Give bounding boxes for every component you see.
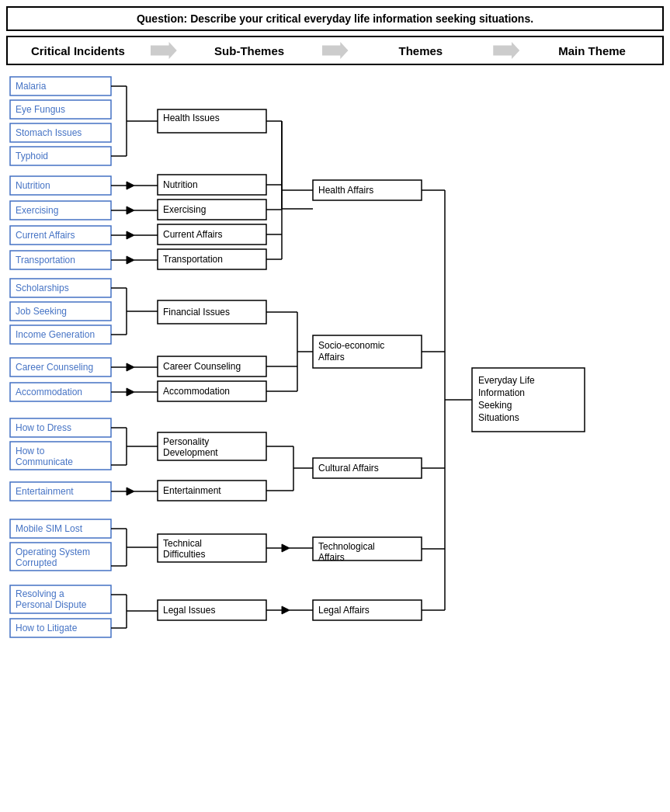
svg-text:Typhoid: Typhoid xyxy=(16,151,48,161)
svg-text:Situations: Situations xyxy=(478,412,519,423)
svg-text:Eye Fungus: Eye Fungus xyxy=(16,104,65,115)
svg-text:Communicate: Communicate xyxy=(16,456,73,467)
svg-text:Personal Dispute: Personal Dispute xyxy=(16,599,87,610)
svg-text:Exercising: Exercising xyxy=(163,204,206,215)
question-box: Question: Describe your critical everyda… xyxy=(6,6,664,31)
svg-marker-36 xyxy=(127,231,134,239)
svg-text:Technological: Technological xyxy=(318,541,375,552)
svg-text:Career Counseling: Career Counseling xyxy=(16,362,93,373)
svg-marker-20 xyxy=(127,182,134,189)
header-themes: Themes xyxy=(351,44,491,57)
svg-text:Health Affairs: Health Affairs xyxy=(318,185,373,196)
svg-text:Malaria: Malaria xyxy=(16,81,47,92)
svg-text:Career Counseling: Career Counseling xyxy=(163,361,241,372)
header-critical: Critical Incidents xyxy=(8,44,148,57)
svg-text:How to Dress: How to Dress xyxy=(16,422,71,433)
svg-text:Personality: Personality xyxy=(163,436,209,447)
svg-text:Legal Affairs: Legal Affairs xyxy=(318,605,370,616)
svg-text:Accommodation: Accommodation xyxy=(16,387,82,397)
svg-text:Current Affairs: Current Affairs xyxy=(16,230,75,241)
svg-text:How to: How to xyxy=(16,446,45,456)
svg-marker-142 xyxy=(282,606,290,614)
svg-text:Entertainment: Entertainment xyxy=(16,486,74,497)
svg-text:Financial Issues: Financial Issues xyxy=(163,307,230,318)
svg-text:Stomach Issues: Stomach Issues xyxy=(16,127,82,138)
svg-marker-102 xyxy=(127,488,134,495)
svg-text:How to Litigate: How to Litigate xyxy=(16,623,78,633)
svg-text:Exercising: Exercising xyxy=(16,205,58,216)
header-arrow-3 xyxy=(491,42,522,59)
svg-marker-125 xyxy=(282,544,290,552)
svg-text:Health Issues: Health Issues xyxy=(163,113,220,123)
header-sub: Sub-Themes xyxy=(179,44,320,57)
svg-text:Affairs: Affairs xyxy=(318,552,345,563)
svg-text:Nutrition: Nutrition xyxy=(16,180,50,191)
svg-marker-28 xyxy=(127,206,134,214)
svg-text:Scholarships: Scholarships xyxy=(16,283,69,293)
svg-marker-44 xyxy=(127,256,134,264)
svg-text:Transportation: Transportation xyxy=(163,254,223,265)
svg-text:Job Seeking: Job Seeking xyxy=(16,306,67,317)
svg-text:Cultural Affairs: Cultural Affairs xyxy=(318,463,379,474)
svg-text:Technical: Technical xyxy=(163,538,202,549)
header-arrow-2 xyxy=(320,42,351,59)
svg-text:Legal Issues: Legal Issues xyxy=(163,605,215,616)
svg-text:Entertainment: Entertainment xyxy=(163,485,221,496)
svg-text:Mobile SIM Lost: Mobile SIM Lost xyxy=(16,523,83,534)
svg-text:Development: Development xyxy=(163,447,218,458)
svg-text:Socio-economic: Socio-economic xyxy=(318,340,384,351)
svg-marker-75 xyxy=(127,388,134,396)
header-arrow-1 xyxy=(148,42,179,59)
svg-text:Transportation: Transportation xyxy=(16,255,75,265)
svg-text:Information: Information xyxy=(478,387,525,398)
header-row: Critical Incidents Sub-Themes Themes Mai… xyxy=(6,36,664,65)
svg-text:Seeking: Seeking xyxy=(478,400,512,411)
svg-text:Corrupted: Corrupted xyxy=(16,557,57,568)
svg-text:Current Affairs: Current Affairs xyxy=(163,229,222,240)
diagram-svg: Malaria Eye Fungus Stomach Issues Typhoi… xyxy=(6,73,658,812)
svg-text:Nutrition: Nutrition xyxy=(163,179,198,190)
header-main: Main Theme xyxy=(522,44,662,57)
svg-text:Income Generation: Income Generation xyxy=(16,329,95,340)
svg-text:Resolving a: Resolving a xyxy=(16,588,64,599)
svg-marker-68 xyxy=(127,363,134,371)
svg-text:Accommodation: Accommodation xyxy=(163,386,230,397)
svg-text:Difficulties: Difficulties xyxy=(163,549,205,560)
svg-text:Everyday Life: Everyday Life xyxy=(478,375,535,386)
svg-text:Operating System: Operating System xyxy=(16,547,90,557)
svg-text:Affairs: Affairs xyxy=(318,352,345,363)
